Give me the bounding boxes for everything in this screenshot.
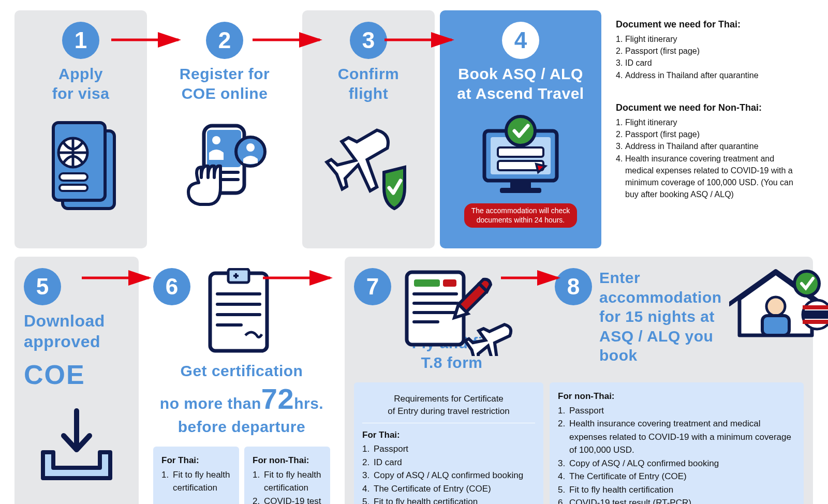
badge-5: 5 [24,268,61,305]
badge-2: 2 [206,22,243,59]
svg-rect-20 [500,188,541,193]
svg-point-42 [766,297,785,316]
docs-thai-list: Flight itinerary Passport (first page) I… [616,33,804,81]
svg-rect-8 [60,173,87,181]
step-3: 3 Confirmflight [302,10,435,248]
step-4-docs: Document we need for Thai: Flight itiner… [607,10,814,248]
step-5-title: Downloadapproved [24,310,105,352]
step-1-title: Applyfor visa [52,64,110,103]
svg-rect-47 [803,320,828,324]
step-4-notice: The accommodation will checkdocuments wi… [464,203,578,228]
step-1: 1 Applyfor visa [14,10,147,248]
svg-rect-9 [60,185,87,191]
coe-register-icon [173,115,276,219]
svg-rect-43 [762,316,789,335]
step-2: 2 Register forCOE online [152,10,297,248]
list-item: Fit to fly health certification [362,495,535,504]
list-item: ID card [362,456,535,469]
list-item: Passport (first page) [616,128,804,140]
step-3-title: Confirmflight [338,64,400,103]
list-item: Health insurance covering treatment and … [616,153,804,201]
quarantine-house-icon [729,268,828,351]
plane-shield-icon [317,115,420,219]
svg-rect-19 [510,181,531,188]
badge-4: 4 [502,22,539,59]
req-title: Requirements for Certificateof Entry dur… [362,390,535,423]
svg-point-44 [794,271,819,296]
svg-point-23 [506,116,535,145]
list-item: Fit to fly health certification [253,468,322,495]
docs-non-thai-list: Flight itinerary Passport (first page) A… [616,116,804,200]
list-item: COVID-19 test result (RT-PCR) [558,496,795,504]
list-item: Health insurance covering treatment and … [558,417,795,457]
certificate-icon [200,268,277,356]
badge-6: 6 [153,268,190,305]
docs-thai-heading: Document we need for Thai: [616,18,804,31]
svg-rect-27 [210,273,267,351]
list-item: Fit to fly health certification [161,468,231,495]
badge-3: 3 [350,22,387,59]
req-thai-heading: For Thai: [362,428,535,442]
s6-non-box: For non-Thai: Fit to fly health certific… [244,447,330,504]
list-item: Copy of ASQ / ALQ confirmed booking [362,469,535,482]
docs-non-thai-heading: Document we need for Non-Thai: [616,101,804,114]
docs-non-thai: Document we need for Non-Thai: Flight it… [607,94,814,207]
step-5-coe: COE [24,359,85,390]
svg-point-12 [212,136,220,144]
s6-thai-box: For Thai: Fit to fly health certificatio… [153,447,239,504]
badge-8: 8 [555,268,592,305]
step-5: 5 Downloadapproved COE [14,257,139,504]
s6-non-heading: For non-Thai: [253,454,322,467]
step-8-title: Enteraccommodationfor 15 nights atASQ / … [599,268,722,365]
passport-icon [37,115,125,219]
step-4-title: Book ASQ / ALQat Ascend Travel [457,64,584,103]
list-item: Passport [362,442,535,456]
list-item: Flight itinerary [616,33,804,45]
list-item: Address in Thailand after quarantine [616,140,804,152]
svg-rect-37 [443,279,456,287]
list-item: ID card [616,57,804,69]
req-non-thai-box: For non-Thai: Passport Health insurance … [550,382,804,504]
list-item: Flight itinerary [616,116,804,128]
step-2-title: Register forCOE online [180,64,270,103]
list-item: Passport [558,404,795,418]
list-item: The Certificate of Entry (COE) [362,482,535,496]
booking-pc-icon [469,110,572,198]
badge-1: 1 [62,22,99,59]
step-4: 4 Book ASQ / ALQat Ascend Travel The acc… [440,10,601,248]
svg-rect-36 [414,279,440,287]
download-icon [33,406,121,494]
docs-thai: Document we need for Thai: Flight itiner… [607,10,814,88]
badge-7: 7 [354,268,391,305]
step-6: 6 Get certification [144,257,339,504]
list-item: The Certificate of Entry (COE) [558,470,795,483]
req-thai-box: Requirements for Certificateof Entry dur… [354,382,543,504]
s6-thai-heading: For Thai: [161,454,231,467]
svg-rect-48 [803,310,828,319]
list-item: COVID-19 test result (RT-PCR) [253,495,322,505]
svg-rect-21 [498,147,543,157]
step-7-8: 7 [345,257,813,504]
list-item: Passport (first page) [616,45,804,57]
svg-rect-46 [803,305,828,309]
list-item: Fit to fly health certification [558,483,795,497]
form-plane-icon [402,268,531,356]
req-non-heading: For non-Thai: [558,390,795,403]
list-item: Copy of ASQ / ALQ confirmed booking [558,457,795,470]
step-6-title: Get certification no more than72hrs. bef… [160,361,323,436]
list-item: Address in Thailand after quarantine [616,69,804,81]
svg-point-16 [246,143,255,152]
